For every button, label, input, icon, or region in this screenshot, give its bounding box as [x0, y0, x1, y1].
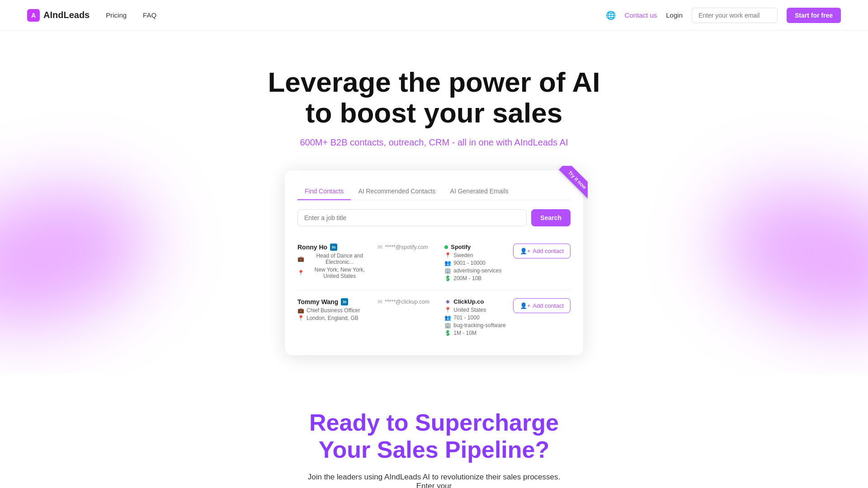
try-ribbon: Try it now	[547, 166, 588, 206]
email-row-tommy: ✉ *****@clickup.com	[377, 298, 440, 305]
money-icon-tommy: 💲	[444, 330, 451, 336]
faq-link[interactable]: FAQ	[143, 11, 156, 19]
company-employees-tommy: 👥 701 - 1000	[444, 314, 507, 321]
add-contact-button-tommy[interactable]: 👤+ Add contact	[513, 298, 571, 313]
tab-ai-recommended[interactable]: AI Recommended Contacts	[351, 183, 443, 200]
login-link[interactable]: Login	[666, 11, 683, 19]
company-employees-ronny: 👥 9001 - 10000	[444, 260, 507, 266]
contact-location-tommy: 📍 London, England, GB	[297, 315, 373, 321]
company-info-tommy: ◈ ClickUp.co 📍 United States 👥 701 - 100…	[444, 298, 507, 336]
logo[interactable]: A AIndLeads	[27, 9, 90, 22]
blob-left	[0, 162, 172, 351]
briefcase-icon-tommy: 💼	[297, 307, 304, 314]
linkedin-icon-ronny[interactable]: in	[330, 244, 337, 251]
contact-location-ronny: 📍 New York, New York, United States	[297, 267, 373, 279]
add-contact-col-ronny: 👤+ Add contact	[512, 244, 571, 258]
people-icon-ronny: 👥	[444, 260, 451, 266]
company-info-ronny: Spotify 📍 Sweden 👥 9001 - 10000 🏢 advert…	[444, 244, 507, 282]
company-industry-ronny: 🏢 advertising-services	[444, 267, 507, 274]
add-icon-ronny: 👤+	[520, 248, 531, 254]
location-icon-ronny: 📍	[444, 252, 451, 258]
navbar: A AIndLeads Pricing FAQ 🌐 Contact us Log…	[0, 0, 868, 31]
cta-line2: Your Sales Pipeline?	[319, 436, 550, 463]
job-title-input[interactable]	[297, 209, 527, 226]
tabs-row: Find Contacts AI Recommended Contacts AI…	[297, 183, 571, 200]
tab-ai-emails[interactable]: AI Generated Emails	[443, 183, 516, 200]
nav-email-input[interactable]	[692, 8, 778, 23]
demo-container: Try it now Find Contacts AI Recommended …	[285, 170, 583, 355]
company-revenue-ronny: 💲 200M - 10B	[444, 275, 507, 282]
hero-section: Leverage the power of AI to boost your s…	[0, 31, 868, 373]
contact-info-ronny: Ronny Ho in 💼 Head of Dance and Electron…	[297, 244, 373, 279]
start-free-button[interactable]: Start for free	[787, 8, 841, 23]
cta-line1: Ready to Supercharge	[309, 409, 559, 436]
email-icon-ronny: ✉	[377, 244, 382, 250]
blob-right	[696, 162, 868, 351]
add-contact-button-ronny[interactable]: 👤+ Add contact	[513, 244, 571, 258]
active-dot-ronny	[444, 245, 448, 249]
headline-line2: to boost your sales	[306, 97, 562, 128]
cta-section: Ready to Supercharge Your Sales Pipeline…	[0, 373, 868, 488]
search-row: Search	[297, 209, 571, 226]
logo-icon: A	[27, 9, 40, 22]
linkedin-icon-tommy[interactable]: in	[341, 298, 348, 305]
contact-name-ronny: Ronny Ho in	[297, 244, 373, 251]
tab-find-contacts[interactable]: Find Contacts	[297, 183, 351, 200]
contact-name-tommy: Tommy Wang in	[297, 298, 373, 305]
contact-title-ronny: 💼 Head of Dance and Electronic...	[297, 253, 373, 265]
contact-email-ronny: ✉ *****@spotify.com	[377, 244, 440, 252]
company-industry-tommy: 🏢 bug-tracking-software	[444, 322, 507, 328]
company-name-tommy: ◈ ClickUp.co	[444, 298, 507, 305]
cta-subtitle: Join the leaders using AIndLeads AI to r…	[298, 473, 570, 488]
email-row-ronny: ✉ *****@spotify.com	[377, 244, 440, 250]
email-icon-tommy: ✉	[377, 298, 382, 305]
search-button[interactable]: Search	[531, 209, 571, 226]
pin-icon-ronny: 📍	[297, 270, 304, 276]
globe-icon[interactable]: 🌐	[606, 10, 616, 20]
briefcase-icon-ronny: 💼	[297, 256, 304, 262]
demo-card: Try it now Find Contacts AI Recommended …	[285, 170, 583, 355]
location-icon-tommy: 📍	[444, 307, 451, 313]
try-ribbon-text: Try it now	[559, 166, 588, 198]
nav-left: A AIndLeads Pricing FAQ	[27, 9, 156, 22]
company-country-tommy: 📍 United States	[444, 307, 507, 313]
cta-title: Ready to Supercharge Your Sales Pipeline…	[9, 409, 859, 464]
contact-email-tommy: ✉ *****@clickup.com	[377, 298, 440, 307]
pricing-link[interactable]: Pricing	[106, 11, 127, 19]
contact-title-tommy: 💼 Chief Business Officer	[297, 307, 373, 314]
company-name-ronny: Spotify	[444, 244, 507, 250]
logo-text: AIndLeads	[43, 10, 90, 20]
company-revenue-tommy: 💲 1M - 10M	[444, 330, 507, 336]
industry-icon-tommy: 🏢	[444, 322, 451, 328]
pin-icon-tommy: 📍	[297, 315, 304, 321]
contact-row-tommy: Tommy Wang in 💼 Chief Business Officer 📍…	[297, 290, 571, 344]
clickup-icon: ◈	[444, 299, 451, 305]
add-contact-col-tommy: 👤+ Add contact	[512, 298, 571, 313]
people-icon-tommy: 👥	[444, 314, 451, 321]
contact-link[interactable]: Contact us	[625, 11, 657, 19]
contact-info-tommy: Tommy Wang in 💼 Chief Business Officer 📍…	[297, 298, 373, 321]
hero-headline: Leverage the power of AI to boost your s…	[9, 67, 859, 128]
industry-icon-ronny: 🏢	[444, 267, 451, 274]
nav-right: 🌐 Contact us Login Start for free	[606, 8, 841, 23]
company-country-ronny: 📍 Sweden	[444, 252, 507, 258]
headline-line1: Leverage the power of AI	[268, 66, 600, 98]
money-icon-ronny: 💲	[444, 275, 451, 282]
add-icon-tommy: 👤+	[520, 302, 531, 309]
contact-row-ronny: Ronny Ho in 💼 Head of Dance and Electron…	[297, 235, 571, 290]
hero-subtitle: 600M+ B2B contacts, outreach, CRM - all …	[9, 137, 859, 148]
